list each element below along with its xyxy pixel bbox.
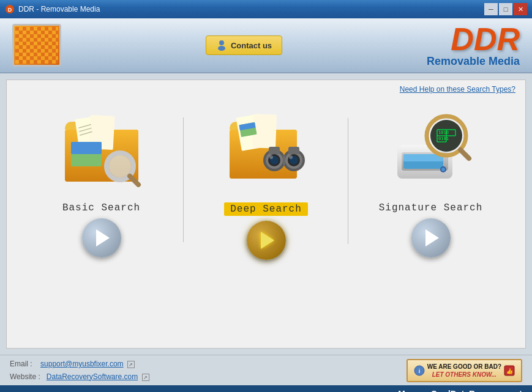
thumbs-icon: 👍 [504, 365, 515, 376]
website-label: Website : [10, 372, 40, 381]
svg-text:i: i [418, 368, 420, 374]
feedback-text: WE ARE GOOD OR BAD? LET OTHERS KNOW... [427, 363, 501, 379]
basic-search-icon [53, 102, 151, 194]
app-icon: D [5, 4, 15, 14]
contact-us-button[interactable]: Contact us [206, 35, 282, 55]
signature-search-play-button[interactable] [411, 218, 451, 257]
brand-name: DDR [427, 23, 520, 55]
play-active-triangle-icon [261, 232, 274, 249]
svg-point-14 [109, 155, 131, 177]
website-link[interactable]: DataRecoverySoftware.com [47, 372, 138, 381]
title-bar: D DDR - Removable Media ─ □ ✕ [0, 0, 532, 18]
svg-text:D: D [8, 7, 12, 13]
external-link-icon2: ↗ [142, 374, 149, 381]
basic-search-play-button[interactable] [82, 218, 121, 257]
svg-point-3 [218, 46, 225, 51]
play-triangle-sig-icon [425, 229, 439, 246]
basic-search-label: Basic Search [62, 202, 140, 213]
signature-search-icon: 1010 0101 [382, 102, 480, 194]
brand-subtitle: Removable Media [427, 55, 520, 68]
signature-svg: 1010 0101 [388, 108, 474, 188]
contact-button-label: Contact us [231, 41, 272, 50]
svg-line-54 [460, 150, 469, 158]
svg-text:👍: 👍 [506, 368, 514, 375]
footer: Email : support@myusbfixer.com ↗ Website… [0, 355, 532, 385]
help-link[interactable]: Need Help on these Search Types? [7, 80, 525, 96]
bottom-bar-text: MemoryCardDataRecovery.net [398, 389, 522, 392]
basic-search-option: Basic Search [19, 102, 184, 257]
svg-point-34 [289, 155, 293, 159]
search-options: Basic Search [7, 96, 525, 348]
person-icon [216, 40, 227, 51]
feedback-button[interactable]: i WE ARE GOOD OR BAD? LET OTHERS KNOW...… [406, 359, 522, 382]
signature-search-label: Signature Search [379, 202, 483, 213]
feedback-line1: WE ARE GOOD OR BAD? [427, 363, 501, 371]
svg-rect-12 [71, 142, 102, 154]
email-row: Email : support@myusbfixer.com ↗ [10, 358, 149, 370]
window-title: DDR - Removable Media [18, 5, 100, 13]
email-link[interactable]: support@myusbfixer.com [40, 360, 124, 368]
feedback-line2: LET OTHERS KNOW... [427, 371, 501, 379]
signature-search-option: 1010 0101 Si [348, 102, 513, 257]
basic-folder-svg [59, 108, 144, 188]
close-button[interactable]: ✕ [514, 3, 527, 15]
maximize-button[interactable]: □ [499, 3, 512, 15]
svg-rect-30 [283, 155, 285, 165]
svg-text:0101: 0101 [438, 136, 449, 141]
main-content: Need Help on these Search Types? [6, 80, 526, 349]
deep-search-label: Deep Search [224, 202, 308, 216]
minimize-button[interactable]: ─ [484, 3, 498, 15]
deep-search-icon [217, 102, 315, 194]
svg-point-42 [441, 168, 445, 171]
footer-links: Email : support@myusbfixer.com ↗ Website… [10, 358, 149, 383]
feedback-icon: i [414, 365, 425, 376]
website-row: Website : DataRecoverySoftware.com ↗ [10, 371, 149, 383]
svg-point-33 [269, 155, 273, 159]
app-logo [12, 24, 61, 67]
logo-pattern [15, 27, 58, 64]
bottom-bar: MemoryCardDataRecovery.net [0, 385, 532, 392]
header: Contact us DDR Removable Media [0, 18, 532, 73]
play-triangle-icon [96, 229, 110, 246]
email-label: Email : [10, 360, 32, 368]
deep-search-option: Deep Search [184, 102, 348, 260]
svg-rect-32 [288, 147, 299, 154]
svg-point-2 [219, 40, 224, 45]
deep-search-play-button[interactable] [247, 221, 286, 260]
window-controls: ─ □ ✕ [484, 3, 527, 15]
deep-folder-svg [223, 108, 309, 188]
svg-rect-31 [269, 147, 280, 154]
brand: DDR Removable Media [427, 23, 520, 68]
svg-text:1010: 1010 [438, 130, 449, 135]
external-link-icon: ↗ [127, 361, 135, 368]
